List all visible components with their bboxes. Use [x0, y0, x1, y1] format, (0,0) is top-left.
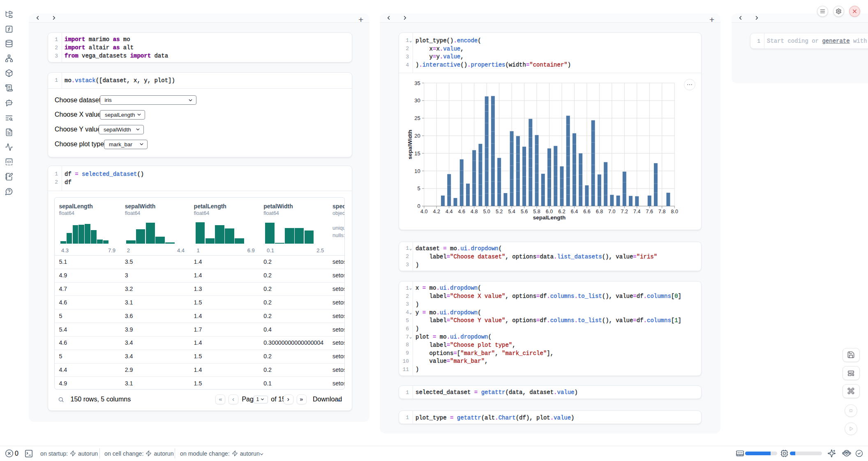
svg-text:7.4: 7.4	[633, 209, 640, 214]
svg-text:7.0: 7.0	[608, 209, 615, 214]
svg-text:35: 35	[414, 80, 420, 86]
svg-text:sepalLength: sepalLength	[533, 214, 566, 221]
svg-text:4.2: 4.2	[433, 209, 440, 214]
svg-text:6.8: 6.8	[596, 209, 603, 214]
svg-text:10: 10	[414, 168, 420, 174]
svg-text:5.6: 5.6	[521, 209, 528, 214]
svg-text:4.6: 4.6	[458, 209, 465, 214]
svg-text:6.0: 6.0	[546, 209, 553, 214]
svg-text:8.0: 8.0	[671, 209, 678, 214]
svg-text:25: 25	[414, 115, 420, 121]
svg-text:5.8: 5.8	[533, 209, 540, 214]
svg-text:4.4: 4.4	[446, 209, 452, 214]
svg-text:20: 20	[414, 133, 420, 139]
svg-text:4.8: 4.8	[471, 209, 478, 214]
svg-text:6.2: 6.2	[558, 209, 565, 214]
svg-text:5.0: 5.0	[483, 209, 490, 214]
svg-text:sepalWidth: sepalWidth	[407, 130, 413, 159]
svg-text:7.8: 7.8	[658, 209, 665, 214]
svg-text:6.6: 6.6	[583, 209, 590, 214]
svg-text:7.6: 7.6	[646, 209, 653, 214]
svg-text:5.2: 5.2	[496, 209, 503, 214]
svg-text:4.0: 4.0	[420, 209, 427, 214]
svg-text:15: 15	[414, 150, 420, 157]
svg-text:30: 30	[414, 97, 420, 104]
svg-text:5: 5	[418, 185, 420, 191]
svg-text:0: 0	[418, 203, 420, 209]
svg-text:7.2: 7.2	[621, 209, 628, 214]
svg-text:5.4: 5.4	[508, 209, 515, 214]
svg-text:6.4: 6.4	[571, 209, 578, 214]
